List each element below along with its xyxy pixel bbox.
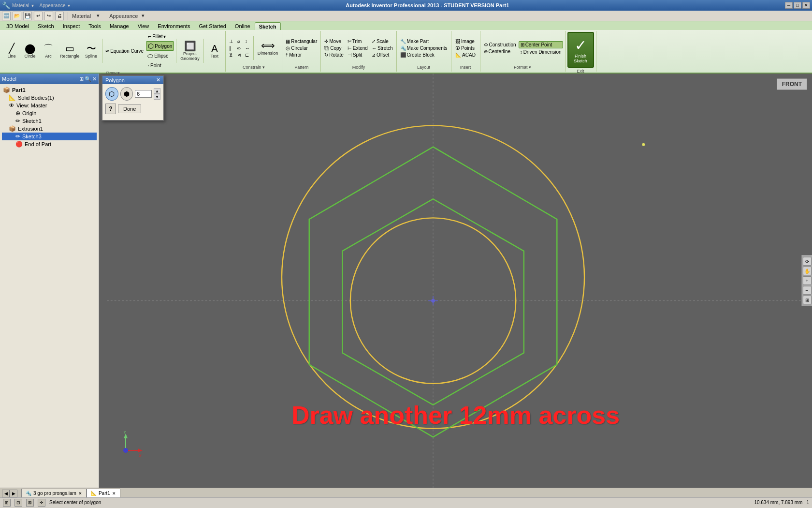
constrain6-button[interactable]: ⊲ <box>236 52 243 58</box>
tab-part1-close-icon[interactable]: ✕ <box>112 491 116 496</box>
model-filter-icon[interactable]: ⊞ <box>79 76 84 82</box>
scale-button[interactable]: ⤢ Scale <box>370 38 394 45</box>
circle-button[interactable]: ⬤ Circle <box>21 43 39 60</box>
driven-dimension-button[interactable]: ↕ Driven Dimension <box>519 49 563 55</box>
tab-scroll-left-button[interactable]: ◀ <box>2 490 10 497</box>
line-button[interactable]: ╱ Line <box>3 43 20 60</box>
tree-item-solid-bodies[interactable]: 📐Solid Bodies(1) <box>2 94 97 102</box>
constrain3-button[interactable]: ⊻ <box>228 52 235 58</box>
tree-item-sketch1[interactable]: ✏Sketch1 <box>2 117 97 125</box>
status-icon-btn[interactable]: ⊞ <box>3 499 11 507</box>
tree-item-origin[interactable]: ⊕Origin <box>2 109 97 117</box>
polygon-circumscribed-radio[interactable]: ⬢ <box>120 87 133 101</box>
extend-button[interactable]: ⊢ Extend <box>346 45 369 51</box>
sketch-canvas[interactable]: Draw another 12mm across FRONT ⟳ ✋ + − ⊞… <box>99 74 812 488</box>
constrain8-button[interactable]: ↔ <box>244 45 251 51</box>
fillet-button[interactable]: ⌐ Fillet ▾ <box>146 32 174 41</box>
mirror-button[interactable]: ⫯ Mirror <box>284 52 319 58</box>
polygon-help-button[interactable]: ? <box>105 104 116 114</box>
model-close-icon[interactable]: ✕ <box>92 76 97 82</box>
constrain9-button[interactable]: ⊏ <box>244 52 251 58</box>
rectangular-button[interactable]: ▦ Rectangular <box>284 38 319 45</box>
qa-print-button[interactable]: 🖨 <box>55 12 64 20</box>
ellipse-button[interactable]: ⬭ Ellipse <box>146 51 174 60</box>
polygon-done-button[interactable]: Done <box>118 105 141 113</box>
minimize-button[interactable]: ─ <box>785 2 793 9</box>
tab-3dmodel[interactable]: 3D Model <box>2 22 33 30</box>
arc-button[interactable]: ⌒ Arc <box>40 43 57 60</box>
split-button[interactable]: ⊣ Split <box>346 52 369 58</box>
nav-pan-button[interactable]: ✋ <box>803 267 812 275</box>
text-button[interactable]: A Text <box>206 43 223 60</box>
nav-fit-button[interactable]: ⊞ <box>803 296 812 304</box>
tab-sketch-active[interactable]: Sketch <box>255 22 281 30</box>
qa-undo-button[interactable]: ↩ <box>34 12 43 20</box>
model-search-icon[interactable]: 🔍 <box>85 76 91 82</box>
tab-manage[interactable]: Manage <box>105 22 133 30</box>
centerline-button[interactable]: ⊕ Centerline <box>482 48 518 55</box>
tab-scroll-right-button[interactable]: ▶ <box>10 490 17 497</box>
rotate-button[interactable]: ↻ Rotate <box>323 52 345 58</box>
qa-open-button[interactable]: 📂 <box>13 12 21 20</box>
project-geometry-button[interactable]: 🔲 ProjectGeometry <box>178 40 202 62</box>
polygon-sides-increment-button[interactable]: ▲ <box>154 88 160 94</box>
make-components-button[interactable]: 🔩 Make Components <box>399 45 449 51</box>
constrain5-button[interactable]: ∞ <box>236 45 243 51</box>
polygon-button[interactable]: ⬡ Polygon <box>146 41 174 51</box>
make-part-button[interactable]: 🔧 Make Part <box>399 38 449 45</box>
tab-getstarted[interactable]: Get Started <box>195 22 231 30</box>
copy-button[interactable]: ⿻ Copy <box>323 45 345 51</box>
trim-button[interactable]: ✄ Trim <box>346 38 369 45</box>
polygon-dialog-close-icon[interactable]: ✕ <box>156 77 160 83</box>
polygon-sides-decrement-button[interactable]: ▼ <box>154 94 160 100</box>
tree-item-end-of-part[interactable]: 🔴End of Part <box>2 140 97 148</box>
tab-assembly[interactable]: 🔩 3 go pro prongs.iam ✕ <box>21 489 87 497</box>
nav-zoom-in-button[interactable]: + <box>803 276 812 285</box>
status-grid-btn[interactable]: ⊡ <box>14 499 22 507</box>
create-block-button[interactable]: ⬛ Create Block <box>399 52 449 58</box>
tab-assembly-close-icon[interactable]: ✕ <box>78 491 82 496</box>
qa-save-button[interactable]: 💾 <box>23 12 32 20</box>
nav-zoom-out-button[interactable]: − <box>803 286 812 295</box>
tab-environments[interactable]: Environments <box>153 22 194 30</box>
point-button[interactable]: · Point <box>146 61 174 70</box>
center-point-button[interactable]: ⊞ Center Point <box>519 41 563 48</box>
close-button[interactable]: ✕ <box>802 2 810 9</box>
tab-inspect[interactable]: Inspect <box>58 22 84 30</box>
qa-redo-button[interactable]: ↪ <box>44 12 53 20</box>
status-ortho-btn[interactable]: ✛ <box>38 499 45 507</box>
tab-tools[interactable]: Tools <box>84 22 105 30</box>
constrain7-button[interactable]: ↕ <box>244 38 251 45</box>
window-controls[interactable]: ─ □ ✕ <box>785 2 810 9</box>
tab-view[interactable]: View <box>133 22 154 30</box>
qa-new-button[interactable]: 🆕 <box>2 12 11 20</box>
acad-button[interactable]: 📐 ACAD <box>454 52 477 58</box>
constrain4-button[interactable]: ⌀ <box>236 38 243 45</box>
tab-sketch[interactable]: Sketch <box>33 22 58 30</box>
spline-button[interactable]: 〜 Spline <box>83 43 100 60</box>
construction-button[interactable]: ⚙ Construction <box>482 42 518 48</box>
tree-item-sketch3[interactable]: ✏Sketch3 <box>2 133 97 140</box>
maximize-button[interactable]: □ <box>794 2 801 9</box>
circular-pattern-button[interactable]: ◎ Circular <box>284 45 319 51</box>
nav-orbit-button[interactable]: ⟳ <box>803 257 812 266</box>
tree-item-part1[interactable]: 📦Part1 <box>2 86 97 94</box>
tree-item-extrusion1[interactable]: 📦Extrusion1 <box>2 125 97 133</box>
stretch-button[interactable]: ↔ Stretch <box>370 45 394 51</box>
rectangle-button[interactable]: ▭ Rectangle <box>58 43 82 60</box>
tree-item-view-master[interactable]: 👁View: Master <box>2 102 97 109</box>
dimension-button[interactable]: ⟺ Dimension <box>256 40 280 57</box>
equation-curve-button[interactable]: ≈ Equation Curve <box>104 46 145 55</box>
tab-part1[interactable]: 📐 Part1 ✕ <box>87 489 120 497</box>
status-snap-btn[interactable]: ⊠ <box>26 499 34 507</box>
tab-online[interactable]: Online <box>231 22 255 30</box>
image-button[interactable]: 🖼 Image <box>454 38 477 45</box>
polygon-inscribed-radio[interactable]: ⬡ <box>105 87 118 101</box>
move-button[interactable]: ✛ Move <box>323 38 345 45</box>
constrain2-button[interactable]: ∥ <box>228 45 235 51</box>
points-button[interactable]: ⦿ Points <box>454 45 477 51</box>
constrain1-button[interactable]: ⊥ <box>228 38 235 45</box>
polygon-sides-input[interactable] <box>135 90 152 98</box>
offset-button[interactable]: ⊿ Offset <box>370 52 394 58</box>
finish-sketch-button[interactable]: ✓ FinishSketch <box>567 32 594 68</box>
